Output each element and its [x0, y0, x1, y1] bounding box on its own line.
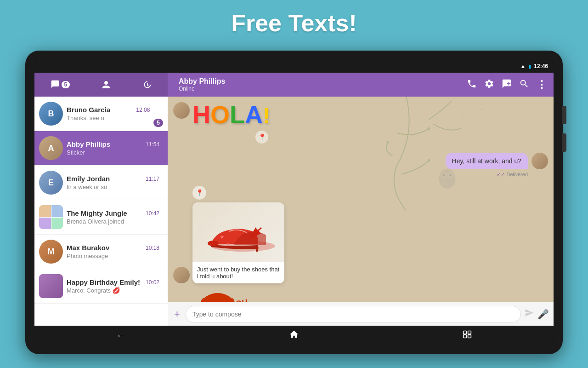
chat-item-birthday[interactable]: Happy Birthday Emily! 10:02 Marco: Congr… — [34, 269, 168, 304]
messages-icon — [51, 80, 60, 90]
battery-icon: ▮ — [528, 63, 531, 69]
chat-info-max: Max Burakov 10:18 Photo message — [63, 244, 163, 259]
svg-text:♥: ♥ — [220, 233, 224, 241]
chat-avatar-mighty — [39, 205, 63, 229]
sidebar-nav-messages[interactable]: 5 — [46, 77, 75, 93]
location-row: 📍 — [192, 186, 284, 200]
chat-item-max[interactable]: M Max Burakov 10:18 Photo message — [34, 235, 168, 269]
sidebar: 5 B Bruno Ga — [34, 73, 168, 326]
hola-sticker: HOLA! — [192, 102, 270, 127]
chat-item-mighty[interactable]: The Mighty Jungle 10:42 Brenda Olivera j… — [34, 200, 168, 235]
recents-button[interactable] — [453, 327, 481, 344]
sidebar-nav-recents[interactable] — [138, 77, 156, 92]
chat-time-bruno: 12:08 — [136, 107, 150, 113]
chat-avatar-birthday — [39, 274, 63, 298]
app-container: 5 B Bruno Ga — [34, 73, 554, 326]
chat-info-bruno: Bruno Garcia 12:08 Thanks, see u. — [63, 106, 153, 121]
back-button[interactable]: ← — [107, 328, 135, 344]
chat-info-birthday: Happy Birthday Emily! 10:02 Marco: Congr… — [63, 278, 163, 294]
sidebar-nav-contacts[interactable] — [97, 77, 115, 92]
chat-name-birthday: Happy Birthday Emily! — [67, 278, 140, 286]
delivered-label: Delivered — [507, 172, 528, 177]
side-button-top — [562, 106, 566, 124]
svg-point-13 — [202, 293, 234, 302]
ohlala-sticker: OH LA LA ♥ ♥ — [192, 291, 257, 302]
message-hola: HOLA! 📍 — [173, 102, 548, 145]
send-button[interactable] — [525, 308, 534, 320]
group-cell-1 — [39, 205, 51, 217]
header-actions: ⋮ — [467, 79, 547, 91]
wifi-icon: ▲ — [520, 63, 526, 69]
messages-area[interactable]: HOLA! 📍 Hey, still at work, and u? ✓✓ De… — [168, 97, 554, 302]
chat-preview-emily: In a week or so — [67, 184, 159, 190]
chat-item-emily[interactable]: E Emily Jordan 11:17 In a week or so — [34, 166, 168, 200]
status-time: 12:46 — [534, 63, 548, 69]
chat-name-bruno: Bruno Garcia — [67, 106, 110, 114]
more-icon[interactable]: ⋮ — [537, 79, 547, 91]
chat-header-info: Abby Phillips Online — [174, 77, 467, 92]
call-icon[interactable] — [467, 79, 477, 91]
shoe-image-container: ♥ ♥ — [192, 202, 284, 262]
svg-rect-28 — [468, 331, 471, 334]
delivery-status: ✓✓ Delivered — [497, 172, 528, 178]
new-chat-icon[interactable] — [502, 79, 512, 91]
chat-header: Abby Phillips Online — [168, 73, 554, 97]
location-pin-1: 📍 — [255, 131, 268, 144]
nav-bar: ← — [34, 326, 554, 345]
svg-rect-29 — [464, 334, 467, 338]
chat-preview-bruno: Thanks, see u. — [67, 115, 150, 121]
chat-info-mighty: The Mighty Jungle 10:42 Brenda Olivera j… — [63, 209, 163, 225]
add-attachment-button[interactable]: + — [172, 308, 182, 320]
svg-point-9 — [208, 241, 219, 246]
svg-rect-30 — [468, 334, 471, 338]
search-icon[interactable] — [519, 79, 529, 91]
msg-avatar-abby-2 — [173, 267, 190, 283]
tablet-frame: ▲ ▮ 12:46 5 — [25, 51, 563, 354]
chat-header-name: Abby Phillips — [179, 77, 462, 86]
chat-avatar-emily: E — [39, 171, 63, 195]
messages-badge: 5 — [62, 81, 70, 88]
msg-avatar-self — [531, 153, 548, 169]
chat-item-bruno[interactable]: B Bruno Garcia 12:08 Thanks, see u. 5 — [34, 97, 168, 131]
chat-preview-mighty: Brenda Olivera joined — [67, 218, 159, 225]
microphone-button[interactable]: 🎤 — [537, 309, 549, 320]
chat-name-abby: Abby Phillips — [67, 140, 110, 148]
chat-time-birthday: 10:02 — [146, 279, 159, 286]
chat-time-emily: 11:17 — [146, 176, 159, 182]
chat-info-abby: Abby Phillips 11:54 Sticker — [63, 140, 163, 156]
chat-name-max: Max Burakov — [67, 244, 109, 252]
page-title: Free Texts! — [231, 9, 357, 37]
chat-info-emily: Emily Jordan 11:17 In a week or so — [63, 175, 163, 190]
chat-name-emily: Emily Jordan — [67, 175, 110, 183]
sidebar-nav: 5 — [34, 73, 168, 97]
shoe-caption: Just went to buy the shoes that i told u… — [192, 262, 284, 283]
status-bar: ▲ ▮ 12:46 — [34, 60, 554, 73]
message-sent-text: Hey, still at work, and u? ✓✓ Delivered — [173, 153, 548, 169]
home-button[interactable] — [280, 327, 308, 345]
chat-area: Abby Phillips Online — [168, 73, 554, 326]
chat-avatar-abby: A — [39, 136, 63, 160]
chat-header-status: Online — [179, 86, 462, 92]
chat-preview-max: Photo message — [67, 253, 159, 259]
sent-text: Hey, still at work, and u? — [452, 157, 521, 165]
settings-icon[interactable] — [484, 79, 494, 91]
msg-avatar-abby-1 — [173, 102, 190, 119]
chat-time-abby: 11:54 — [146, 141, 159, 148]
svg-text:♥: ♥ — [227, 242, 230, 247]
unread-badge-bruno: 5 — [153, 119, 163, 127]
shoe-card: ♥ ♥ — [192, 202, 284, 283]
chat-item-abby[interactable]: A Abby Phillips 11:54 Sticker — [34, 131, 168, 166]
chat-name-mighty: The Mighty Jungle — [67, 209, 127, 217]
group-cell-2 — [51, 205, 63, 217]
message-input[interactable] — [186, 306, 521, 322]
chat-avatar-max: M — [39, 240, 63, 264]
chat-preview-abby: Sticker — [67, 149, 159, 156]
delivered-check: ✓✓ — [497, 172, 505, 177]
group-cell-3 — [39, 218, 51, 230]
chat-preview-birthday: Marco: Congrats 💋 — [67, 287, 159, 294]
svg-text:OH: OH — [235, 298, 249, 302]
chat-time-mighty: 10:42 — [146, 210, 159, 217]
chat-time-max: 10:18 — [146, 245, 159, 251]
tablet-screen: ▲ ▮ 12:46 5 — [34, 60, 554, 345]
chat-avatar-bruno: B — [39, 102, 63, 126]
